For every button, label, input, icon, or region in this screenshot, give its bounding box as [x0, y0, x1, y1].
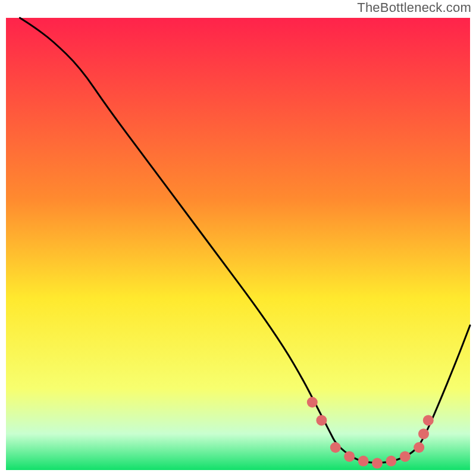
plot-background	[6, 18, 470, 470]
bottleneck-chart	[0, 0, 476, 476]
valley-marker	[386, 456, 396, 466]
valley-marker	[307, 397, 318, 408]
chart-stage: TheBottleneck.com	[0, 0, 476, 476]
watermark-label: TheBottleneck.com	[357, 0, 471, 15]
valley-marker	[418, 428, 429, 439]
valley-marker	[400, 451, 411, 462]
valley-marker	[316, 415, 327, 425]
valley-marker	[358, 456, 369, 466]
valley-marker	[423, 415, 434, 425]
valley-marker	[372, 458, 383, 469]
valley-marker	[414, 442, 424, 453]
valley-marker	[344, 451, 355, 462]
valley-marker	[330, 442, 341, 453]
